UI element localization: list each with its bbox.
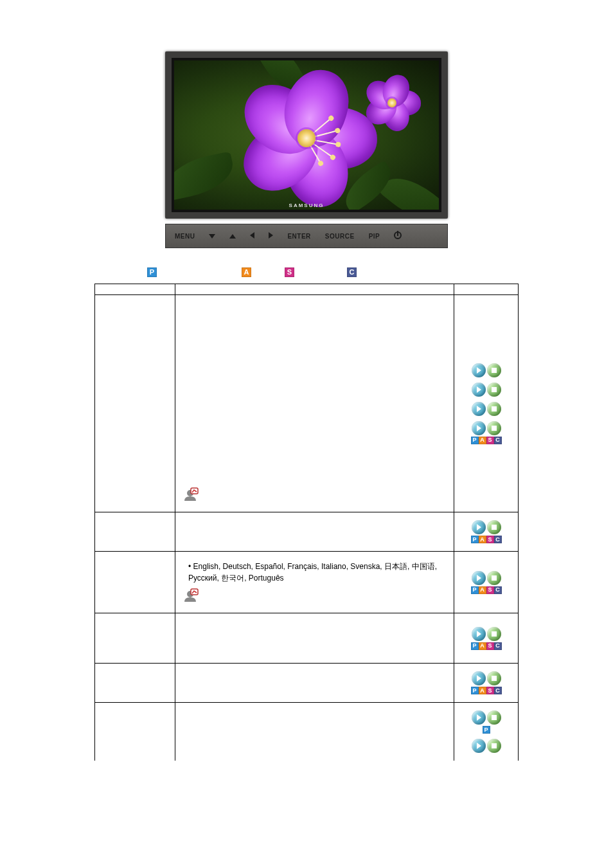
tv-inner: SAMSUNG [172,58,441,212]
badge-a-icon: A [242,267,251,277]
table-header-row [95,284,519,295]
cell-label [95,703,175,761]
cell-label [95,295,175,512]
badge-p-icon: P [483,726,490,734]
play-icon[interactable] [472,671,486,685]
stop-icon[interactable] [487,571,501,585]
play-icon[interactable] [472,627,486,641]
play-stop-cluster [472,402,501,416]
note-person-icon [182,487,199,507]
right-button[interactable] [269,232,273,240]
play-stop-pasc-cluster: P A S C [471,671,502,694]
stop-icon[interactable] [487,627,501,641]
badge-p-icon: P [471,437,479,444]
header-col2 [175,284,454,295]
cell-icons: P A S C [454,512,519,552]
cell-desc [175,703,454,761]
badge-s-icon: S [486,437,494,444]
badge-a-icon: A [479,437,486,444]
badge-a-icon: A [479,687,486,694]
stop-icon[interactable] [487,421,501,435]
triangle-up-icon [229,234,236,239]
cell-icons: P A S C [454,295,519,512]
play-icon[interactable] [472,402,486,416]
cell-desc [175,613,454,664]
play-stop-pasc-cluster: P A S C [471,421,502,444]
play-stop-pasc-cluster: P A S C [471,571,502,594]
stop-icon[interactable] [487,363,501,377]
table-row: P A S C [95,512,519,552]
badge-p-icon: P [471,687,479,694]
p-strip: P [483,726,490,734]
play-stop-pasc-cluster: P A S C [471,520,502,543]
language-list: • English, Deutsch, Español, Français, I… [182,561,447,584]
badge-c-icon: C [494,642,502,650]
badge-s-icon: S [486,642,494,650]
stop-icon[interactable] [487,671,501,685]
pasc-strip: P A S C [471,437,502,444]
stop-icon[interactable] [487,383,501,397]
note-person-icon [182,588,199,608]
pasc-strip: P A S C [471,536,502,543]
cell-label [95,512,175,552]
stop-icon[interactable] [487,710,501,725]
stop-icon[interactable] [487,739,501,753]
header-col3 [454,284,519,295]
table-row: • English, Deutsch, Español, Français, I… [95,552,519,613]
cell-label [95,664,175,703]
play-stop-cluster [472,739,501,753]
play-icon[interactable] [472,421,486,435]
source-button[interactable]: SOURCE [325,233,355,240]
triangle-right-icon [269,232,273,239]
badge-p-icon: P [471,642,479,650]
brand-label: SAMSUNG [289,203,324,208]
tv-screen: SAMSUNG [174,60,439,210]
settings-table: P A S C P A S C [94,284,519,761]
tv-control-bar: MENU ENTER SOURCE PIP [165,224,448,248]
table-row: P [95,703,519,761]
power-icon [394,231,402,239]
play-icon[interactable] [472,383,486,397]
table-row: P A S C [95,295,519,512]
badge-c-icon: C [494,586,502,594]
tv-unit: SAMSUNG MENU ENTER SOURCE PIP [165,51,448,248]
pasc-strip: P A S C [471,642,502,650]
triangle-down-icon [209,234,215,239]
up-button[interactable] [229,233,236,240]
play-icon[interactable] [472,363,486,377]
badge-c-icon: C [494,437,502,444]
badge-c-icon: C [494,536,502,543]
badge-p-icon: P [147,267,157,277]
badge-s-icon: S [285,267,294,277]
pasc-strip: P A S C [471,586,502,594]
table-row: P A S C [95,613,519,664]
cell-icons: P A S C [454,552,519,613]
cell-icons: P [454,703,519,761]
cell-label [95,552,175,613]
tv-frame: SAMSUNG [165,51,448,219]
play-icon[interactable] [472,520,486,534]
enter-button[interactable]: ENTER [287,233,310,240]
triangle-left-icon [250,232,254,239]
badge-c-icon: C [494,687,502,694]
badge-c-icon: C [347,267,357,277]
cell-desc [175,512,454,552]
play-stop-cluster [472,363,501,377]
cell-label [95,613,175,664]
left-button[interactable] [250,232,254,240]
badge-a-icon: A [479,536,486,543]
pip-button[interactable]: PIP [369,233,380,240]
badge-a-icon: A [479,586,486,594]
stop-icon[interactable] [487,402,501,416]
svg-rect-3 [191,589,198,595]
down-button[interactable] [209,233,215,240]
menu-button[interactable]: MENU [175,233,195,240]
play-icon[interactable] [472,710,486,725]
cell-icons: P A S C [454,613,519,664]
cell-desc [175,295,454,512]
cell-desc: • English, Deutsch, Español, Français, I… [175,552,454,613]
power-button[interactable] [394,231,402,240]
play-icon[interactable] [472,739,486,753]
play-icon[interactable] [472,571,486,585]
stop-icon[interactable] [487,520,501,534]
